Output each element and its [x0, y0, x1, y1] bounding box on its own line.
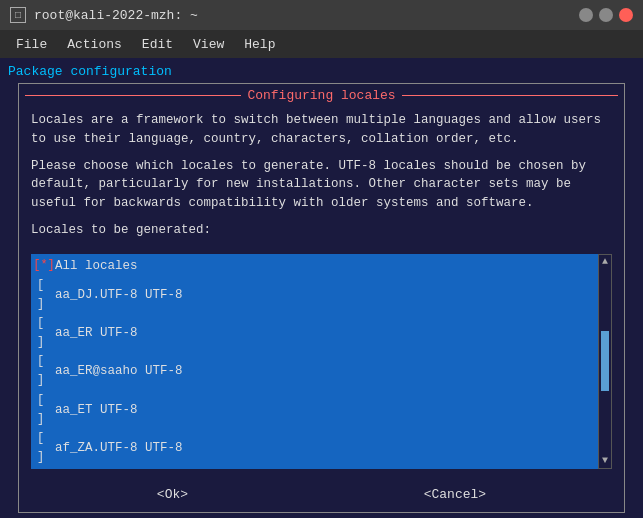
locale-label: All locales	[55, 256, 138, 276]
close-button[interactable]	[619, 8, 633, 22]
menu-bar: File Actions Edit View Help	[0, 30, 643, 58]
description-1: Locales are a framework to switch betwee…	[31, 111, 612, 149]
checkbox-icon: [ ]	[37, 352, 51, 390]
menu-help[interactable]: Help	[236, 35, 283, 54]
list-item[interactable]: [ ] af_ZA.UTF-8 UTF-8	[35, 429, 594, 467]
checkbox-icon: [*]	[37, 256, 51, 275]
title-bar-left: □ root@kali-2022-mzh: ~	[10, 7, 198, 23]
checkbox-icon: [ ]	[37, 276, 51, 314]
minimize-button[interactable]	[579, 8, 593, 22]
menu-actions[interactable]: Actions	[59, 35, 130, 54]
dialog-buttons: <Ok> <Cancel>	[19, 477, 624, 512]
window-icon: □	[10, 7, 26, 23]
title-bar-title: root@kali-2022-mzh: ~	[34, 8, 198, 23]
list-item[interactable]: [*] All locales	[35, 256, 594, 276]
dialog-title-bar: Configuring locales	[19, 84, 624, 107]
description-2: Please choose which locales to generate.…	[31, 157, 612, 213]
locale-label: aa_DJ.UTF-8 UTF-8	[55, 285, 183, 305]
title-bar-buttons	[579, 8, 633, 22]
terminal-content: Package configuration Configuring locale…	[0, 58, 643, 518]
menu-edit[interactable]: Edit	[134, 35, 181, 54]
menu-view[interactable]: View	[185, 35, 232, 54]
list-item[interactable]: [ ] aa_DJ.UTF-8 UTF-8	[35, 276, 594, 314]
dialog-title: Configuring locales	[247, 88, 395, 103]
scroll-up-arrow[interactable]: ▲	[602, 257, 608, 267]
scroll-down-arrow[interactable]: ▼	[602, 456, 608, 466]
pkg-config-label: Package configuration	[8, 64, 635, 79]
dialog-title-line-right	[402, 95, 618, 96]
ok-button[interactable]: <Ok>	[149, 485, 196, 504]
checkbox-icon: [ ]	[37, 314, 51, 352]
locale-label: aa_ER UTF-8	[55, 323, 138, 343]
list-item[interactable]: [ ] aa_ER UTF-8	[35, 314, 594, 352]
dialog-body: Locales are a framework to switch betwee…	[19, 107, 624, 254]
cancel-button[interactable]: <Cancel>	[416, 485, 494, 504]
checkbox-icon: [ ]	[37, 391, 51, 429]
locales-label: Locales to be generated:	[31, 221, 612, 240]
list-container: [*] All locales[ ] aa_DJ.UTF-8 UTF-8[ ] …	[31, 254, 612, 470]
list-item[interactable]: [ ] aa_ER@saaho UTF-8	[35, 352, 594, 390]
locale-label: aa_ET UTF-8	[55, 400, 138, 420]
scrollbar[interactable]: ▲ ▼	[598, 254, 612, 470]
locale-list[interactable]: [*] All locales[ ] aa_DJ.UTF-8 UTF-8[ ] …	[31, 254, 598, 470]
checkbox-icon: [ ]	[37, 429, 51, 467]
terminal-window: □ root@kali-2022-mzh: ~ File Actions Edi…	[0, 0, 643, 518]
menu-file[interactable]: File	[8, 35, 55, 54]
dialog-title-line-left	[25, 95, 241, 96]
dialog-box: Configuring locales Locales are a framew…	[18, 83, 625, 513]
scroll-thumb[interactable]	[601, 331, 609, 391]
maximize-button[interactable]	[599, 8, 613, 22]
title-bar: □ root@kali-2022-mzh: ~	[0, 0, 643, 30]
locale-label: af_ZA.UTF-8 UTF-8	[55, 438, 183, 458]
locale-label: aa_ER@saaho UTF-8	[55, 361, 183, 381]
list-item[interactable]: [ ] aa_ET UTF-8	[35, 391, 594, 429]
